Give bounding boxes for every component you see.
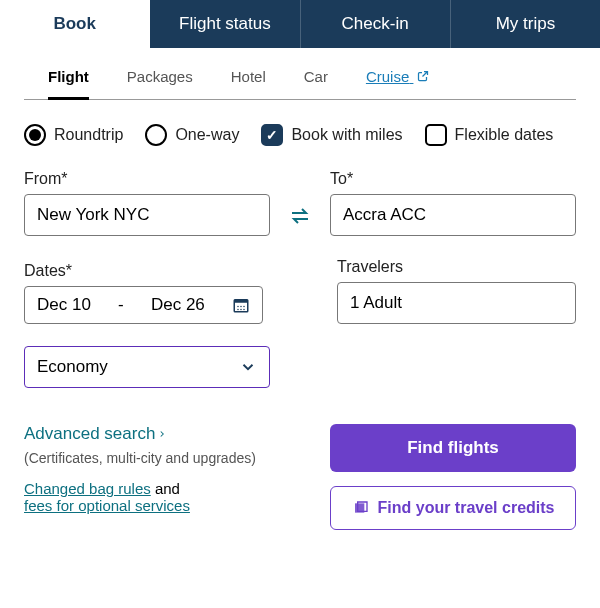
date-separator: - bbox=[118, 295, 124, 315]
radio-icon bbox=[145, 124, 167, 146]
calendar-icon bbox=[232, 296, 250, 314]
subtab-packages[interactable]: Packages bbox=[127, 68, 193, 89]
svg-rect-1 bbox=[234, 300, 248, 303]
and-text: and bbox=[151, 480, 180, 497]
option-roundtrip[interactable]: Roundtrip bbox=[24, 124, 123, 146]
date-start: Dec 10 bbox=[37, 295, 91, 315]
chevron-down-icon bbox=[239, 358, 257, 376]
checkbox-icon: ✓ bbox=[261, 124, 283, 146]
tab-book[interactable]: Book bbox=[0, 0, 150, 48]
main-tabs: Book Flight status Check-in My trips bbox=[0, 0, 600, 48]
subtab-car[interactable]: Car bbox=[304, 68, 328, 89]
option-flexible-dates[interactable]: Flexible dates bbox=[425, 124, 554, 146]
svg-point-7 bbox=[243, 309, 245, 311]
from-label: From* bbox=[24, 170, 270, 188]
find-credits-button[interactable]: Find your travel credits bbox=[330, 486, 576, 530]
external-link-icon bbox=[417, 70, 429, 82]
swap-icon bbox=[288, 204, 312, 228]
swap-button[interactable] bbox=[284, 196, 316, 236]
option-one-way-label: One-way bbox=[175, 126, 239, 144]
trip-options-row: Roundtrip One-way ✓ Book with miles Flex… bbox=[24, 124, 576, 146]
svg-point-6 bbox=[240, 309, 242, 311]
to-input[interactable] bbox=[330, 194, 576, 236]
checkbox-icon bbox=[425, 124, 447, 146]
svg-point-3 bbox=[240, 306, 242, 308]
advanced-search-note: (Certificates, multi-city and upgrades) bbox=[24, 450, 290, 466]
advanced-search-label: Advanced search bbox=[24, 424, 155, 444]
radio-icon bbox=[24, 124, 46, 146]
option-flexible-label: Flexible dates bbox=[455, 126, 554, 144]
fees-link[interactable]: fees for optional services bbox=[24, 497, 190, 514]
find-credits-label: Find your travel credits bbox=[378, 499, 555, 517]
travelers-input[interactable] bbox=[337, 282, 576, 324]
tab-my-trips[interactable]: My trips bbox=[451, 0, 600, 48]
svg-point-2 bbox=[237, 306, 239, 308]
chevron-right-icon bbox=[157, 427, 167, 441]
from-input[interactable] bbox=[24, 194, 270, 236]
travelers-label: Travelers bbox=[337, 258, 576, 276]
tab-flight-status[interactable]: Flight status bbox=[150, 0, 300, 48]
svg-point-5 bbox=[237, 309, 239, 311]
date-end: Dec 26 bbox=[151, 295, 205, 315]
subtab-cruise-label: Cruise bbox=[366, 68, 409, 85]
to-label: To* bbox=[330, 170, 576, 188]
dates-label: Dates* bbox=[24, 262, 263, 280]
svg-point-4 bbox=[243, 306, 245, 308]
option-book-with-miles[interactable]: ✓ Book with miles bbox=[261, 124, 402, 146]
subtab-flight[interactable]: Flight bbox=[48, 68, 89, 100]
subtab-hotel[interactable]: Hotel bbox=[231, 68, 266, 89]
advanced-search-link[interactable]: Advanced search bbox=[24, 424, 167, 444]
dates-input[interactable]: Dec 10 - Dec 26 bbox=[24, 286, 263, 324]
subtab-cruise[interactable]: Cruise bbox=[366, 68, 430, 89]
cabin-select[interactable]: Economy bbox=[24, 346, 270, 388]
option-roundtrip-label: Roundtrip bbox=[54, 126, 123, 144]
sub-tabs: Flight Packages Hotel Car Cruise bbox=[24, 68, 576, 100]
credits-icon bbox=[352, 500, 370, 516]
tab-check-in[interactable]: Check-in bbox=[301, 0, 451, 48]
option-one-way[interactable]: One-way bbox=[145, 124, 239, 146]
find-flights-button[interactable]: Find flights bbox=[330, 424, 576, 472]
option-miles-label: Book with miles bbox=[291, 126, 402, 144]
changed-bag-rules-link[interactable]: Changed bag rules bbox=[24, 480, 151, 497]
cabin-value: Economy bbox=[37, 357, 108, 377]
